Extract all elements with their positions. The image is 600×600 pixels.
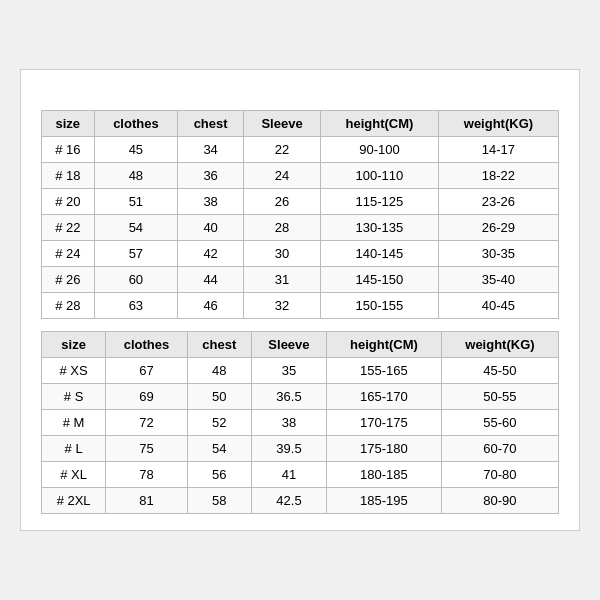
table-cell: 50 [187,384,251,410]
table-cell: 130-135 [321,215,439,241]
table-cell: # M [42,410,106,436]
size-table-2: sizeclotheschestSleeveheight(CM)weight(K… [41,331,559,514]
table-cell: 48 [187,358,251,384]
table-cell: 31 [244,267,321,293]
table-row: # L755439.5175-18060-70 [42,436,559,462]
table1-header-row: sizeclotheschestSleeveheight(CM)weight(K… [42,111,559,137]
table-cell: 140-145 [321,241,439,267]
table-cell: 58 [187,488,251,514]
table-cell: 14-17 [438,137,558,163]
table-cell: 56 [187,462,251,488]
table-row: # 28634632150-15540-45 [42,293,559,319]
table-cell: 39.5 [251,436,326,462]
table-cell: 50-55 [441,384,558,410]
table1-col-header: height(CM) [321,111,439,137]
table-cell: 67 [106,358,187,384]
table-cell: # 28 [42,293,95,319]
table-cell: 38 [178,189,244,215]
table-cell: 23-26 [438,189,558,215]
table2-header-row: sizeclotheschestSleeveheight(CM)weight(K… [42,332,559,358]
table-cell: 80-90 [441,488,558,514]
table-cell: # 18 [42,163,95,189]
table-cell: 32 [244,293,321,319]
table-cell: 60-70 [441,436,558,462]
table-cell: 55-60 [441,410,558,436]
table-cell: 34 [178,137,244,163]
table-cell: 35 [251,358,326,384]
table-cell: 42.5 [251,488,326,514]
table-cell: 69 [106,384,187,410]
table2-col-header: weight(KG) [441,332,558,358]
table2-col-header: size [42,332,106,358]
table-row: # 18483624100-11018-22 [42,163,559,189]
table-row: # S695036.5165-17050-55 [42,384,559,410]
table-cell: 45 [94,137,178,163]
table-cell: 24 [244,163,321,189]
table-cell: # XS [42,358,106,384]
table-cell: 35-40 [438,267,558,293]
table-cell: 150-155 [321,293,439,319]
table2-col-header: clothes [106,332,187,358]
table-cell: 36.5 [251,384,326,410]
table-cell: # 22 [42,215,95,241]
table-cell: 57 [94,241,178,267]
table-cell: 28 [244,215,321,241]
table-cell: 30 [244,241,321,267]
table-cell: 38 [251,410,326,436]
table1-col-header: weight(KG) [438,111,558,137]
table-cell: 90-100 [321,137,439,163]
chart-title [41,86,559,110]
table-cell: # XL [42,462,106,488]
table2-header: sizeclotheschestSleeveheight(CM)weight(K… [42,332,559,358]
table-cell: 60 [94,267,178,293]
table-row: # M725238170-17555-60 [42,410,559,436]
table-cell: 155-165 [326,358,441,384]
table-cell: # 26 [42,267,95,293]
table2-col-header: height(CM) [326,332,441,358]
table-row: # 2XL815842.5185-19580-90 [42,488,559,514]
table-row: # 26604431145-15035-40 [42,267,559,293]
table-cell: 75 [106,436,187,462]
table2-col-header: chest [187,332,251,358]
table-cell: 18-22 [438,163,558,189]
table-cell: # 20 [42,189,95,215]
table-row: # XL785641180-18570-80 [42,462,559,488]
size-table-1: sizeclotheschestSleeveheight(CM)weight(K… [41,110,559,319]
table-cell: 30-35 [438,241,558,267]
table-cell: 26 [244,189,321,215]
table-cell: 81 [106,488,187,514]
table-cell: 170-175 [326,410,441,436]
table-cell: 180-185 [326,462,441,488]
table-cell: # 16 [42,137,95,163]
table-cell: 45-50 [441,358,558,384]
table-row: # 22544028130-13526-29 [42,215,559,241]
table2-col-header: Sleeve [251,332,326,358]
table-cell: 54 [187,436,251,462]
table1-header: sizeclotheschestSleeveheight(CM)weight(K… [42,111,559,137]
table-cell: 42 [178,241,244,267]
table-cell: 185-195 [326,488,441,514]
table-cell: 100-110 [321,163,439,189]
table-cell: 48 [94,163,178,189]
table-cell: # 2XL [42,488,106,514]
table1-col-header: Sleeve [244,111,321,137]
table-cell: 70-80 [441,462,558,488]
table-cell: 145-150 [321,267,439,293]
table-cell: 175-180 [326,436,441,462]
table-cell: # 24 [42,241,95,267]
table1-col-header: chest [178,111,244,137]
table2-body: # XS674835155-16545-50# S695036.5165-170… [42,358,559,514]
table1-body: # 1645342290-10014-17# 18483624100-11018… [42,137,559,319]
table-cell: 41 [251,462,326,488]
table-cell: 44 [178,267,244,293]
table-row: # XS674835155-16545-50 [42,358,559,384]
table1-col-header: size [42,111,95,137]
table-row: # 1645342290-10014-17 [42,137,559,163]
table-cell: # L [42,436,106,462]
table-cell: 52 [187,410,251,436]
table-cell: # S [42,384,106,410]
table-cell: 22 [244,137,321,163]
table-cell: 36 [178,163,244,189]
table-cell: 54 [94,215,178,241]
table-gap [41,319,559,331]
